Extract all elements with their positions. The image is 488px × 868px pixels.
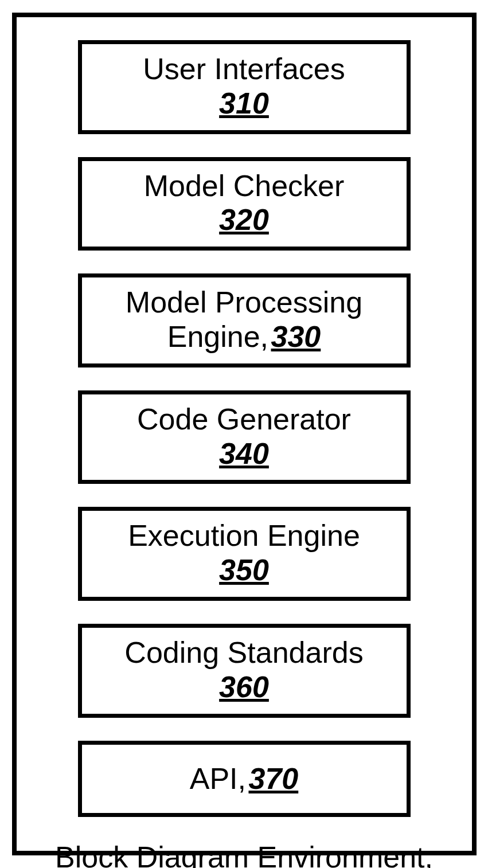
box-model-processing-engine: Model Processing Engine, 330 <box>78 273 411 367</box>
box-api: API, 370 <box>78 741 411 818</box>
box-label: Code Generator <box>137 402 351 436</box>
box-number: 360 <box>219 670 269 703</box>
box-label: Execution Engine <box>128 519 360 552</box>
box-execution-engine: Execution Engine 350 <box>78 507 411 601</box>
box-number: 350 <box>219 553 269 587</box>
box-label: User Interfaces <box>143 52 345 85</box>
box-label: API, <box>190 762 246 795</box>
block-diagram-environment: User Interfaces 310 Model Checker 320 Mo… <box>12 13 477 855</box>
box-code-generator: Code Generator 340 <box>78 390 411 484</box>
box-label: Coding Standards <box>124 636 363 669</box>
caption-label: Block Diagram Environment, <box>55 840 433 868</box>
box-model-checker: Model Checker 320 <box>78 157 411 251</box>
diagram-caption: Block Diagram Environment, 300 <box>40 840 449 868</box>
box-number: 320 <box>219 203 269 236</box>
box-number: 310 <box>219 87 269 120</box>
box-label: Model Checker <box>144 169 345 202</box>
box-number: 370 <box>248 762 298 795</box>
box-label: Model Processing Engine, <box>126 286 362 353</box>
box-coding-standards: Coding Standards 360 <box>78 624 411 718</box>
box-number: 340 <box>219 437 269 470</box>
box-number: 330 <box>271 320 321 353</box>
box-user-interfaces: User Interfaces 310 <box>78 40 411 134</box>
